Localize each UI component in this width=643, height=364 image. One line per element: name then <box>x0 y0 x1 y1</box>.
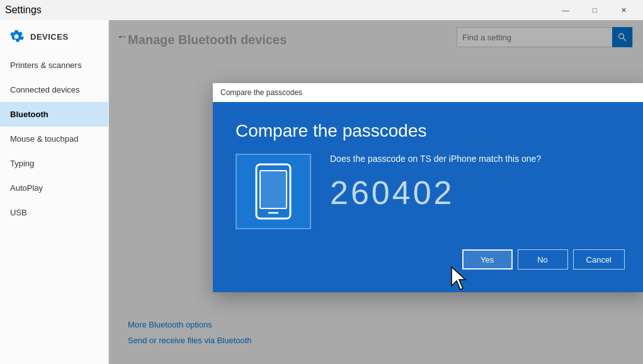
no-button[interactable]: No <box>518 249 568 270</box>
dialog-body: Compare the passcodes <box>213 102 643 292</box>
title-bar: Settings — □ ✕ <box>0 0 643 20</box>
sidebar-header: DEVICES <box>0 20 108 53</box>
minimize-button[interactable]: — <box>551 0 580 20</box>
close-button[interactable]: ✕ <box>609 0 638 20</box>
sidebar-item-typing[interactable]: Typing <box>0 151 108 176</box>
title-bar-title: Settings <box>5 4 42 16</box>
dialog-question: Does the passcode on TS der iPhone match… <box>330 154 625 164</box>
sidebar-item-mouse[interactable]: Mouse & touchpad <box>0 127 108 151</box>
content-area: ← Manage Bluetooth devices More Bluetoot… <box>109 20 643 364</box>
dialog-titlebar: Compare the passcodes <box>213 83 643 102</box>
sidebar-item-usb[interactable]: USB <box>0 200 108 225</box>
dialog-buttons: Yes No Cancel <box>236 249 625 270</box>
dialog-heading: Compare the passcodes <box>236 121 625 141</box>
title-bar-left: Settings <box>5 4 42 16</box>
title-bar-controls: — □ ✕ <box>551 0 638 20</box>
dialog-content-row: Does the passcode on TS der iPhone match… <box>236 154 625 229</box>
cancel-button[interactable]: Cancel <box>573 249 625 270</box>
svg-rect-3 <box>260 171 287 208</box>
dialog-text-area: Does the passcode on TS der iPhone match… <box>330 154 625 212</box>
device-phone-icon <box>251 163 295 220</box>
sidebar-item-bluetooth[interactable]: Bluetooth <box>0 102 108 127</box>
sidebar-app-title: DEVICES <box>30 32 69 42</box>
sidebar-item-connected-devices[interactable]: Connected devices <box>0 77 108 102</box>
maximize-button[interactable]: □ <box>580 0 609 20</box>
passcode-number: 260402 <box>330 174 625 212</box>
device-icon-box <box>236 154 311 229</box>
compare-passcodes-dialog: Compare the passcodes Compare the passco… <box>213 83 643 292</box>
sidebar-item-printers[interactable]: Printers & scanners <box>0 53 108 77</box>
sidebar-item-autoplay[interactable]: AutoPlay <box>0 176 108 200</box>
sidebar: DEVICES Printers & scanners Connected de… <box>0 20 109 364</box>
app-container: DEVICES Printers & scanners Connected de… <box>0 20 643 364</box>
gear-icon <box>9 29 24 44</box>
yes-button[interactable]: Yes <box>462 249 513 270</box>
